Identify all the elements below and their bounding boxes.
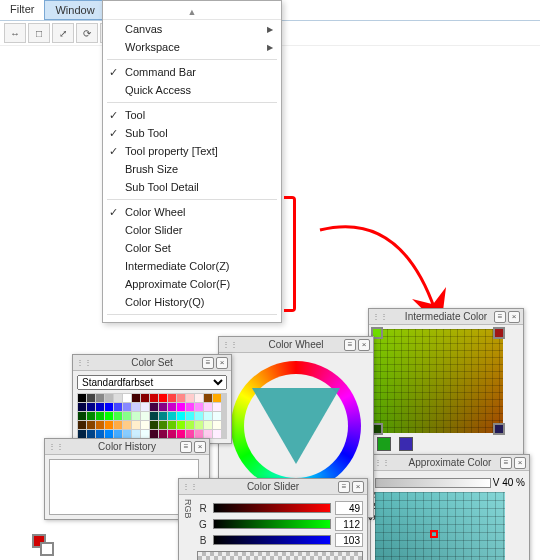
panel-close-icon[interactable]: ×	[508, 311, 520, 323]
color-swatch[interactable]	[168, 421, 176, 429]
corner-swatch-br[interactable]	[493, 423, 505, 435]
color-swatch[interactable]	[159, 430, 167, 438]
color-swatch[interactable]	[114, 421, 122, 429]
color-swatch[interactable]	[78, 430, 86, 438]
toolbar-button-3[interactable]: ⟳	[76, 23, 98, 43]
panel-menu-icon[interactable]: ≡	[344, 339, 356, 351]
menu-filter[interactable]: Filter	[0, 0, 44, 20]
panel-close-icon[interactable]: ×	[194, 441, 206, 453]
panel-title[interactable]: ⋮⋮ Color History ≡×	[45, 439, 209, 455]
panel-title[interactable]: ⋮⋮ Color Set ≡×	[73, 355, 231, 371]
menu-item[interactable]: Color Wheel	[103, 203, 281, 221]
color-swatch[interactable]	[177, 421, 185, 429]
color-swatch[interactable]	[213, 403, 221, 411]
color-swatch[interactable]	[204, 421, 212, 429]
color-swatch[interactable]	[204, 412, 212, 420]
grip-icon[interactable]: ⋮⋮	[372, 312, 388, 321]
approximate-s-bar[interactable]	[375, 478, 491, 488]
color-swatch[interactable]	[150, 394, 158, 402]
color-swatch[interactable]	[168, 430, 176, 438]
color-swatch[interactable]	[195, 403, 203, 411]
color-swatch[interactable]	[168, 394, 176, 402]
color-swatch[interactable]	[141, 430, 149, 438]
grip-icon[interactable]: ⋮⋮	[222, 340, 238, 349]
panel-title[interactable]: ⋮⋮ Color Wheel ≡×	[219, 337, 373, 353]
panel-menu-icon[interactable]: ≡	[338, 481, 350, 493]
color-swatch[interactable]	[186, 412, 194, 420]
color-swatch[interactable]	[114, 394, 122, 402]
color-swatch[interactable]	[177, 412, 185, 420]
intermediate-color-grid[interactable]	[373, 329, 503, 433]
bg-color-swatch[interactable]	[40, 542, 54, 556]
color-swatch[interactable]	[141, 403, 149, 411]
colorset-select[interactable]: Standardfarbset	[77, 375, 227, 390]
color-swatch[interactable]	[150, 430, 158, 438]
grip-icon[interactable]: ⋮⋮	[48, 442, 64, 451]
color-swatch[interactable]	[177, 394, 185, 402]
slider-bar[interactable]	[213, 535, 331, 545]
color-swatch[interactable]	[78, 403, 86, 411]
color-swatch[interactable]	[186, 403, 194, 411]
color-history-area[interactable]	[49, 459, 199, 515]
panel-title[interactable]: ⋮⋮ Approximate Color ≡×	[371, 455, 529, 471]
panel-close-icon[interactable]: ×	[352, 481, 364, 493]
color-swatch[interactable]	[78, 421, 86, 429]
color-swatch[interactable]	[213, 421, 221, 429]
color-swatch[interactable]	[150, 412, 158, 420]
slider-mode-label[interactable]: RGB	[183, 499, 193, 519]
color-swatch[interactable]	[96, 394, 104, 402]
color-swatch[interactable]	[195, 394, 203, 402]
toolbar-button-2[interactable]: ⤢	[52, 23, 74, 43]
color-swatch[interactable]	[195, 421, 203, 429]
color-swatch[interactable]	[96, 412, 104, 420]
color-swatch[interactable]	[195, 412, 203, 420]
menu-item[interactable]: Tool property [Text]	[103, 142, 281, 160]
color-swatch[interactable]	[78, 412, 86, 420]
slider-value[interactable]	[335, 517, 363, 531]
color-swatch[interactable]	[132, 412, 140, 420]
color-swatch[interactable]	[105, 394, 113, 402]
color-swatch[interactable]	[159, 421, 167, 429]
color-swatch[interactable]	[105, 421, 113, 429]
panel-menu-icon[interactable]: ≡	[500, 457, 512, 469]
color-swatch[interactable]	[186, 394, 194, 402]
color-swatch[interactable]	[159, 412, 167, 420]
panel-title[interactable]: ⋮⋮ Intermediate Color ≡×	[369, 309, 523, 325]
color-swatch[interactable]	[150, 403, 158, 411]
menu-item[interactable]: Sub Tool Detail	[103, 178, 281, 196]
menu-item[interactable]: Color Slider	[103, 221, 281, 239]
panel-close-icon[interactable]: ×	[358, 339, 370, 351]
color-swatch[interactable]	[132, 421, 140, 429]
color-swatch[interactable]	[213, 394, 221, 402]
toolbar-button-0[interactable]: ↔	[4, 23, 26, 43]
color-swatch[interactable]	[87, 421, 95, 429]
color-wheel-triangle[interactable]	[252, 388, 340, 464]
alpha-checker[interactable]	[197, 551, 363, 560]
grip-icon[interactable]: ⋮⋮	[374, 458, 390, 467]
color-swatch[interactable]	[96, 403, 104, 411]
menu-item[interactable]: Sub Tool	[103, 124, 281, 142]
corner-swatch-tr[interactable]	[493, 327, 505, 339]
panel-menu-icon[interactable]: ≡	[494, 311, 506, 323]
color-swatch[interactable]	[213, 430, 221, 438]
color-swatch[interactable]	[105, 403, 113, 411]
color-swatch[interactable]	[105, 412, 113, 420]
color-wheel-ring[interactable]	[231, 361, 361, 491]
grip-icon[interactable]: ⋮⋮	[76, 358, 92, 367]
slider-value[interactable]	[335, 533, 363, 547]
color-swatch[interactable]	[123, 421, 131, 429]
grip-icon[interactable]: ⋮⋮	[182, 482, 198, 491]
color-swatch[interactable]	[123, 412, 131, 420]
menu-item[interactable]: Command Bar	[103, 63, 281, 81]
menu-item[interactable]: Intermediate Color(Z)	[103, 257, 281, 275]
color-swatch[interactable]	[132, 403, 140, 411]
menu-item[interactable]: Brush Size	[103, 160, 281, 178]
color-swatch[interactable]	[78, 394, 86, 402]
color-swatch[interactable]	[114, 412, 122, 420]
color-swatch[interactable]	[141, 412, 149, 420]
color-swatch[interactable]	[168, 412, 176, 420]
toolbar-button-1[interactable]: □	[28, 23, 50, 43]
approximate-color-grid[interactable]	[375, 492, 505, 560]
color-swatch[interactable]	[96, 421, 104, 429]
panel-title[interactable]: ⋮⋮ Color Slider ≡×	[179, 479, 367, 495]
